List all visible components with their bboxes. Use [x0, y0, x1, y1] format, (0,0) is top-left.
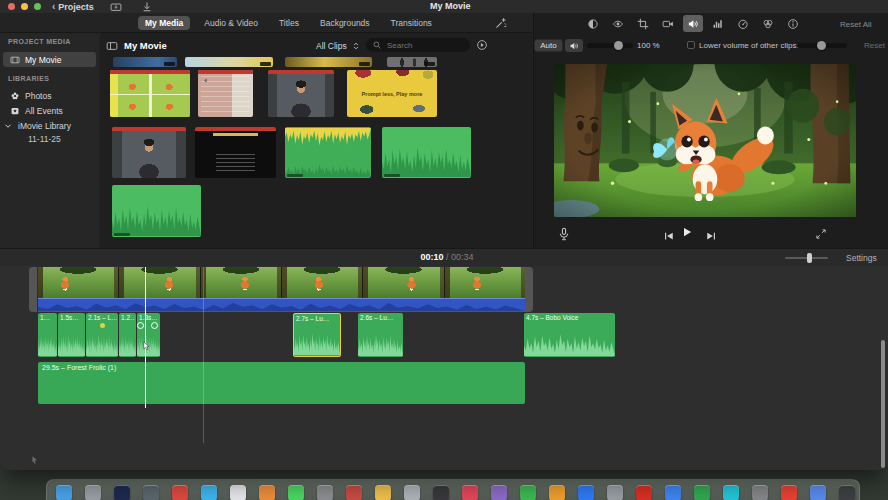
sidebar-toggle-icon[interactable]	[106, 40, 118, 52]
import-media-icon[interactable]	[110, 1, 122, 13]
stabilization-icon[interactable]	[658, 15, 678, 32]
timeline-video-thumbnail[interactable]	[445, 267, 525, 298]
color-correction-icon[interactable]	[608, 15, 628, 32]
timeline-settings-button[interactable]: Settings	[846, 253, 877, 263]
dock-app-icon[interactable]	[491, 485, 507, 500]
sidebar-item-photos[interactable]: Photos	[0, 89, 99, 103]
dock-app-icon[interactable]	[462, 485, 478, 500]
dock-app-icon[interactable]	[723, 485, 739, 500]
dock-app-icon[interactable]	[752, 485, 768, 500]
timeline-audio-clip[interactable]: 1.2…	[119, 313, 136, 357]
playhead[interactable]	[145, 267, 146, 408]
close-button[interactable]	[8, 3, 15, 10]
tab-transitions[interactable]: Transitions	[384, 16, 439, 30]
clip-trim-handle-right[interactable]	[525, 267, 533, 312]
timeline-audio-clip[interactable]: 2.7s – Lu…	[293, 313, 341, 357]
media-thumbnail-strip-sky[interactable]	[185, 57, 273, 67]
dock-app-icon[interactable]	[259, 485, 275, 500]
timeline-scrollbar[interactable]	[881, 340, 885, 468]
media-thumbnail-audio[interactable]	[382, 127, 471, 178]
speed-icon[interactable]	[733, 15, 753, 32]
tab-my-media[interactable]: My Media	[138, 16, 190, 30]
download-icon[interactable]	[141, 1, 153, 13]
tab-titles[interactable]: Titles	[272, 16, 306, 30]
dock-app-icon[interactable]	[56, 485, 72, 500]
timeline-video-thumbnail[interactable]	[363, 267, 443, 298]
dock-app-icon[interactable]	[143, 485, 159, 500]
dock-app-icon[interactable]	[781, 485, 797, 500]
media-thumbnail-screenshot[interactable]	[195, 127, 276, 178]
dock-app-icon[interactable]	[288, 485, 304, 500]
media-thumbnail-audio[interactable]	[112, 185, 201, 237]
dock-app-icon[interactable]	[85, 485, 101, 500]
timeline-video-thumbnail[interactable]	[282, 267, 362, 298]
dock-app-icon[interactable]	[230, 485, 246, 500]
dock-app-icon[interactable]	[549, 485, 565, 500]
volume-slider-knob[interactable]	[614, 41, 623, 50]
media-thumbnail-strip-gold[interactable]	[285, 57, 372, 67]
noise-reduction-icon[interactable]	[708, 15, 728, 32]
media-thumbnail-audio-hot[interactable]	[285, 127, 371, 178]
timeline-zoom-slider[interactable]	[785, 257, 828, 259]
dock-app-icon[interactable]	[694, 485, 710, 500]
media-thumbnail-strip-grey[interactable]	[387, 57, 437, 67]
media-thumbnail-fox-collage[interactable]	[110, 70, 190, 117]
volume-slider[interactable]	[587, 43, 633, 48]
dock-app-icon[interactable]	[636, 485, 652, 500]
tab-backgrounds[interactable]: Backgrounds	[313, 16, 377, 30]
timeline-video-thumbnail[interactable]	[201, 267, 281, 298]
timeline-audio-clip[interactable]: 4.7s – Bobo Voice	[524, 313, 615, 357]
dock-app-icon[interactable]	[317, 485, 333, 500]
media-thumbnail-strip-blue[interactable]	[113, 57, 177, 67]
dock-app-icon[interactable]	[201, 485, 217, 500]
dock-app-icon[interactable]	[346, 485, 362, 500]
dock-app-icon[interactable]	[520, 485, 536, 500]
clip-filter-dropdown[interactable]: All Clips	[316, 41, 361, 51]
zoom-button[interactable]	[34, 3, 41, 10]
lower-volume-slider[interactable]	[797, 43, 847, 48]
fullscreen-icon[interactable]	[815, 228, 827, 240]
dock-app-icon[interactable]	[375, 485, 391, 500]
play-button[interactable]	[681, 226, 693, 238]
timeline-zoom-knob[interactable]	[807, 253, 812, 263]
sidebar-item-my-movie[interactable]: My Movie	[3, 52, 96, 67]
preview-video-frame[interactable]	[554, 64, 856, 217]
timeline-audio-clip[interactable]: 2.6s – Lu…	[358, 313, 403, 357]
timeline-video-clip[interactable]	[38, 267, 525, 298]
back-to-projects-button[interactable]: ‹ Projects	[52, 1, 94, 12]
timeline-video-thumbnail[interactable]	[119, 267, 199, 298]
previous-frame-button[interactable]	[663, 230, 675, 242]
minimize-button[interactable]	[21, 3, 28, 10]
media-thumbnail-promo[interactable]: Prompt less, Play more	[347, 70, 437, 117]
timeline-audio-clip[interactable]: 1…	[38, 313, 57, 357]
auto-volume-button[interactable]: Auto	[534, 39, 563, 52]
next-frame-button[interactable]	[705, 230, 717, 242]
dock-app-icon[interactable]	[172, 485, 188, 500]
reset-all-button[interactable]: Reset All	[840, 20, 872, 29]
media-thumbnail-webcam[interactable]	[112, 127, 186, 178]
timeline-audio-clip[interactable]: 1.5s…	[58, 313, 85, 357]
dock-app-icon[interactable]	[404, 485, 420, 500]
media-thumbnail-webcam[interactable]	[268, 70, 334, 117]
enhance-wand-icon[interactable]	[495, 17, 507, 29]
clip-filter-icon[interactable]	[758, 15, 778, 32]
timeline-audio-clip[interactable]: 2.1s – L…	[86, 313, 118, 357]
reset-button[interactable]: Reset	[864, 41, 885, 50]
dock-app-icon[interactable]	[433, 485, 449, 500]
volume-icon[interactable]	[683, 15, 703, 32]
lower-volume-checkbox[interactable]	[687, 41, 695, 49]
timeline-video-thumbnail[interactable]	[38, 267, 118, 298]
media-thumbnail-document[interactable]	[198, 70, 253, 117]
timeline-music-clip[interactable]: 29.5s – Forest Frolic (1)	[38, 362, 525, 404]
timeline-attached-audio[interactable]	[38, 298, 525, 312]
dock-app-icon[interactable]	[810, 485, 826, 500]
dock-app-icon[interactable]	[839, 485, 855, 500]
color-balance-icon[interactable]	[583, 15, 603, 32]
browser-play-icon[interactable]	[476, 39, 488, 51]
search-box[interactable]	[366, 38, 470, 52]
search-input[interactable]	[385, 40, 464, 51]
sidebar-item-imovie-library[interactable]: iMovie Library	[0, 119, 99, 133]
dock-app-icon[interactable]	[578, 485, 594, 500]
voiceover-mic-icon[interactable]	[557, 227, 571, 241]
dock-app-icon[interactable]	[607, 485, 623, 500]
